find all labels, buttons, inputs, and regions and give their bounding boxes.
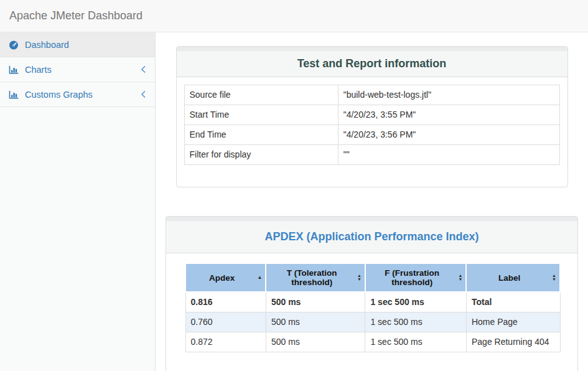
- top-navbar: Apache JMeter Dashboard: [0, 0, 588, 32]
- info-value: "4/20/23, 3:56 PM": [338, 125, 559, 145]
- table-row: 0.872 500 ms 1 sec 500 ms Page Returning…: [185, 332, 560, 352]
- table-row: Start Time "4/20/23, 3:55 PM": [184, 105, 559, 125]
- apdex-panel: APDEX (Application Performance Index) Ap…: [166, 216, 578, 371]
- info-value: "build-web-test-logs.jtl": [338, 85, 559, 105]
- table-row: 0.760 500 ms 1 sec 500 ms Home Page: [185, 312, 560, 332]
- column-header-label[interactable]: Label ▲▼: [466, 263, 560, 292]
- toleration-value: 500 ms: [266, 292, 365, 312]
- sort-both-icon[interactable]: ▲▼: [459, 274, 463, 281]
- table-row: Source file "build-web-test-logs.jtl": [184, 85, 559, 105]
- table-row-total: 0.816 500 ms 1 sec 500 ms Total: [185, 292, 560, 312]
- test-report-info-title: Test and Report information: [297, 57, 447, 70]
- app-title: Apache JMeter Dashboard: [9, 9, 142, 22]
- label-value: Total: [466, 292, 560, 312]
- info-value: "": [338, 145, 559, 165]
- apdex-title: APDEX (Application Performance Index): [264, 230, 478, 243]
- column-header-toleration[interactable]: T (Toleration threshold) ▲▼: [266, 263, 365, 292]
- main-content: Test and Report information Source file …: [156, 32, 588, 371]
- sidebar-item-label: Charts: [25, 65, 52, 75]
- apdex-body: Apdex ▲ T (Toleration threshold) ▲▼ F (F…: [166, 253, 577, 371]
- panel-top-strip: [177, 47, 567, 51]
- sort-both-icon[interactable]: ▲▼: [552, 274, 556, 281]
- apdex-table: Apdex ▲ T (Toleration threshold) ▲▼ F (F…: [185, 263, 561, 352]
- column-header-frustration[interactable]: F (Frustration threshold) ▲▼: [365, 263, 467, 292]
- test-report-info-body: Source file "build-web-test-logs.jtl" St…: [177, 77, 567, 187]
- bar-chart-icon: [9, 90, 19, 100]
- frustration-value: 1 sec 500 ms: [365, 332, 467, 352]
- sidebar-item-charts[interactable]: Charts: [0, 57, 155, 82]
- label-value: Page Returning 404: [466, 332, 560, 352]
- frustration-value: 1 sec 500 ms: [365, 292, 467, 312]
- sidebar-item-label: Customs Graphs: [25, 90, 93, 100]
- info-value: "4/20/23, 3:55 PM": [338, 105, 559, 125]
- frustration-value: 1 sec 500 ms: [365, 312, 467, 332]
- table-row: Filter for display "": [184, 145, 559, 165]
- test-report-info-heading: Test and Report information: [177, 51, 567, 77]
- apdex-heading: APDEX (Application Performance Index): [166, 221, 577, 253]
- apdex-value: 0.816: [185, 292, 266, 312]
- apdex-value: 0.760: [185, 312, 266, 332]
- sort-both-icon[interactable]: ▲▼: [357, 274, 362, 281]
- chevron-left-icon: [141, 65, 146, 73]
- apdex-value: 0.872: [185, 332, 266, 352]
- test-report-info-panel: Test and Report information Source file …: [176, 46, 568, 187]
- sort-asc-icon[interactable]: ▲: [258, 275, 263, 280]
- toleration-value: 500 ms: [266, 312, 365, 332]
- sidebar: Dashboard Charts: [0, 32, 156, 371]
- test-report-info-table: Source file "build-web-test-logs.jtl" St…: [184, 85, 560, 165]
- info-label: End Time: [184, 125, 338, 145]
- toleration-value: 500 ms: [266, 332, 365, 352]
- label-value: Home Page: [466, 312, 560, 332]
- sidebar-item-label: Dashboard: [25, 40, 69, 50]
- panel-top-strip: [166, 217, 577, 221]
- table-row: End Time "4/20/23, 3:56 PM": [184, 125, 559, 145]
- chevron-left-icon: [141, 90, 146, 98]
- apdex-header-row: Apdex ▲ T (Toleration threshold) ▲▼ F (F…: [185, 263, 560, 292]
- dashboard-icon: [9, 40, 19, 50]
- info-label: Filter for display: [184, 145, 338, 165]
- info-label: Source file: [184, 85, 338, 105]
- bar-chart-icon: [9, 65, 19, 75]
- sidebar-item-dashboard[interactable]: Dashboard: [0, 32, 155, 57]
- sidebar-item-customs-graphs[interactable]: Customs Graphs: [0, 82, 155, 107]
- column-header-apdex[interactable]: Apdex ▲: [185, 263, 266, 292]
- info-label: Start Time: [184, 105, 338, 125]
